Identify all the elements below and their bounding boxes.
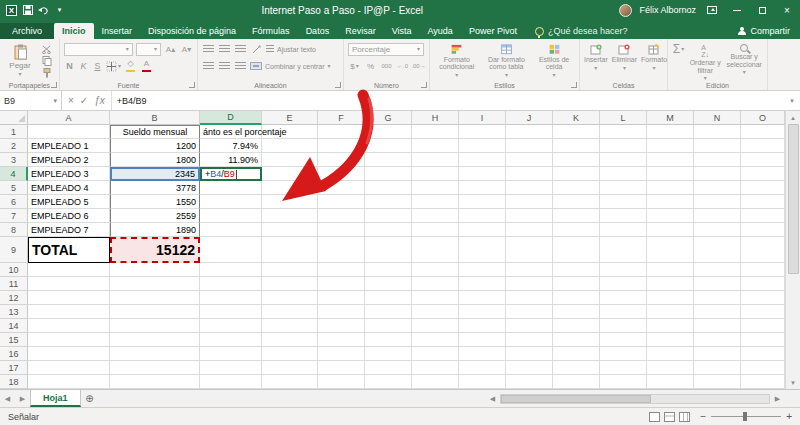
cell-I6[interactable] bbox=[459, 195, 506, 209]
cell-B11[interactable] bbox=[110, 277, 200, 291]
cell-M2[interactable] bbox=[647, 139, 694, 153]
alignment-dialog-launcher-icon[interactable] bbox=[335, 82, 341, 88]
user-avatar[interactable] bbox=[619, 4, 632, 17]
cell-E13[interactable] bbox=[262, 305, 318, 319]
cell-I13[interactable] bbox=[459, 305, 506, 319]
cell-L9[interactable] bbox=[600, 237, 647, 263]
row-header-13[interactable]: 13 bbox=[0, 305, 28, 319]
cell-A11[interactable] bbox=[28, 277, 110, 291]
cell-J11[interactable] bbox=[506, 277, 553, 291]
cut-icon[interactable] bbox=[40, 44, 54, 54]
cell-L7[interactable] bbox=[600, 209, 647, 223]
cell-M12[interactable] bbox=[647, 291, 694, 305]
cell-M14[interactable] bbox=[647, 319, 694, 333]
row-header-5[interactable]: 5 bbox=[0, 181, 28, 195]
tab-power-pivot[interactable]: Power Pivot bbox=[461, 23, 525, 39]
cell-B7[interactable]: 2559 bbox=[110, 209, 200, 223]
cell-E6[interactable] bbox=[262, 195, 318, 209]
save-icon[interactable] bbox=[22, 5, 33, 16]
cell-G9[interactable] bbox=[365, 237, 412, 263]
cell-L17[interactable] bbox=[600, 361, 647, 375]
cell-G14[interactable] bbox=[365, 319, 412, 333]
cell-F9[interactable] bbox=[318, 237, 365, 263]
cell-O6[interactable] bbox=[741, 195, 785, 209]
cell-B9[interactable]: 15122 bbox=[110, 237, 200, 263]
align-middle-icon[interactable] bbox=[218, 43, 231, 55]
cell-F15[interactable] bbox=[318, 333, 365, 347]
cell-M6[interactable] bbox=[647, 195, 694, 209]
sheet-grid[interactable]: ABDEFGHIJKLMNO1Sueldo mensualánto es el … bbox=[0, 111, 785, 389]
cell-J7[interactable] bbox=[506, 209, 553, 223]
row-header-10[interactable]: 10 bbox=[0, 263, 28, 277]
cell-O14[interactable] bbox=[741, 319, 785, 333]
cell-G12[interactable] bbox=[365, 291, 412, 305]
cell-O17[interactable] bbox=[741, 361, 785, 375]
cell-H1[interactable] bbox=[412, 125, 459, 139]
cell-D7[interactable] bbox=[200, 209, 262, 223]
cell-E3[interactable] bbox=[262, 153, 318, 167]
page-layout-view-icon[interactable] bbox=[664, 412, 675, 422]
align-left-icon[interactable] bbox=[202, 60, 215, 72]
cell-H16[interactable] bbox=[412, 347, 459, 361]
col-header-N[interactable]: N bbox=[694, 111, 741, 125]
cell-K5[interactable] bbox=[553, 181, 600, 195]
cell-H7[interactable] bbox=[412, 209, 459, 223]
cell-D11[interactable] bbox=[200, 277, 262, 291]
cell-O18[interactable] bbox=[741, 375, 785, 389]
col-header-G[interactable]: G bbox=[365, 111, 412, 125]
cell-I16[interactable] bbox=[459, 347, 506, 361]
format-cells-button[interactable]: Formato▾ bbox=[641, 42, 667, 78]
font-color-icon[interactable]: A bbox=[140, 60, 153, 72]
cell-E14[interactable] bbox=[262, 319, 318, 333]
cell-K4[interactable] bbox=[553, 167, 600, 181]
cell-A9[interactable]: TOTAL bbox=[28, 237, 110, 263]
cell-J14[interactable] bbox=[506, 319, 553, 333]
cell-N3[interactable] bbox=[694, 153, 741, 167]
cell-J1[interactable] bbox=[506, 125, 553, 139]
col-header-B[interactable]: B bbox=[110, 111, 200, 125]
number-format-select[interactable]: Porcentaje▾ bbox=[348, 43, 424, 56]
col-header-A[interactable]: A bbox=[28, 111, 110, 125]
wrap-text-button[interactable]: Ajustar texto bbox=[266, 43, 316, 55]
cell-J10[interactable] bbox=[506, 263, 553, 277]
tab-archivo[interactable]: Archivo bbox=[0, 23, 54, 39]
find-select-button[interactable]: Buscar y seleccionar▾ bbox=[725, 42, 763, 78]
cell-N14[interactable] bbox=[694, 319, 741, 333]
cell-J15[interactable] bbox=[506, 333, 553, 347]
cell-E17[interactable] bbox=[262, 361, 318, 375]
cell-B3[interactable]: 1800 bbox=[110, 153, 200, 167]
tab-ayuda[interactable]: Ayuda bbox=[420, 23, 461, 39]
cell-K1[interactable] bbox=[553, 125, 600, 139]
cell-F5[interactable] bbox=[318, 181, 365, 195]
cell-M4[interactable] bbox=[647, 167, 694, 181]
new-sheet-icon[interactable]: ⊕ bbox=[81, 390, 99, 407]
cell-K16[interactable] bbox=[553, 347, 600, 361]
sheet-nav-left-icon[interactable]: ◀ bbox=[0, 390, 15, 407]
cell-F17[interactable] bbox=[318, 361, 365, 375]
cell-B2[interactable]: 1200 bbox=[110, 139, 200, 153]
sheet-tab-hoja1[interactable]: Hoja1 bbox=[30, 390, 81, 407]
tab-datos[interactable]: Datos bbox=[298, 23, 338, 39]
percent-format-icon[interactable]: % bbox=[364, 60, 377, 72]
cell-A15[interactable] bbox=[28, 333, 110, 347]
cell-D1[interactable]: ánto es el porcentaje bbox=[200, 125, 262, 139]
cell-E9[interactable] bbox=[262, 237, 318, 263]
cell-A10[interactable] bbox=[28, 263, 110, 277]
cell-G1[interactable] bbox=[365, 125, 412, 139]
cell-I7[interactable] bbox=[459, 209, 506, 223]
tab-vista[interactable]: Vista bbox=[384, 23, 420, 39]
expand-formula-bar-icon[interactable]: ▾ bbox=[784, 91, 800, 110]
name-box-dropdown-icon[interactable]: ▾ bbox=[53, 97, 57, 105]
cell-G2[interactable] bbox=[365, 139, 412, 153]
row-header-14[interactable]: 14 bbox=[0, 319, 28, 333]
zoom-slider[interactable] bbox=[711, 416, 781, 417]
cell-F11[interactable] bbox=[318, 277, 365, 291]
cell-B10[interactable] bbox=[110, 263, 200, 277]
cell-O8[interactable] bbox=[741, 223, 785, 237]
cell-E1[interactable] bbox=[262, 125, 318, 139]
cell-J13[interactable] bbox=[506, 305, 553, 319]
cell-O2[interactable] bbox=[741, 139, 785, 153]
tell-me-search[interactable]: ¿Qué desea hacer? bbox=[535, 26, 628, 39]
cell-L3[interactable] bbox=[600, 153, 647, 167]
cell-D3[interactable]: 11.90% bbox=[200, 153, 262, 167]
